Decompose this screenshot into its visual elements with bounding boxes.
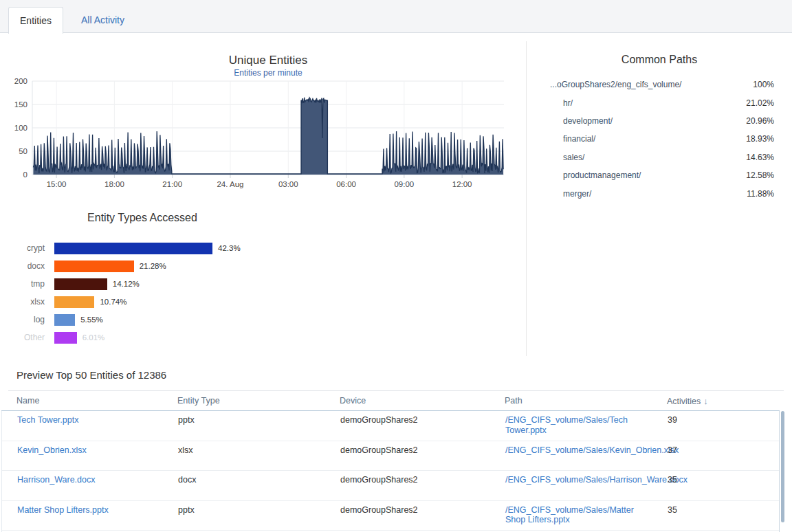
svg-text:18:00: 18:00 [104,180,124,188]
bar-row: Other6.01% [0,329,296,346]
tab-bar: Entities All Activity [0,0,792,33]
path-cell-link[interactable]: /ENG_CIFS_volume/Sales/Tech Tower.pptx [505,415,650,435]
bar-segment [54,314,75,326]
svg-text:24. Aug: 24. Aug [217,180,243,188]
entity-type-cell: pptx [178,415,329,425]
bar-row: docx21.28% [0,257,296,275]
common-path-label: development/ [563,116,613,126]
bar-category-label: docx [0,261,45,271]
table-title: Preview Top 50 Entities of 12386 [16,369,166,381]
table-row: Matter Shop Lifters.pptxpptxdemoGroupSha… [2,501,779,531]
table-row: Harrison_Ware.docxdocxdemoGroupShares2/E… [2,471,779,501]
bar-value-label: 5.55% [80,315,103,324]
device-cell: demoGroupShares2 [340,445,492,456]
common-path-row: merger/11.88% [527,184,792,202]
path-cell-link[interactable]: /ENG_CIFS_volume/Sales/Matter Shop Lifte… [505,505,650,525]
svg-text:09:00: 09:00 [394,180,414,188]
common-path-percent: 14.63% [746,153,774,162]
bar-value-label: 14.12% [113,280,140,288]
activities-cell: 35 [668,505,750,516]
name-cell-link[interactable]: Harrison_Ware.docx [17,475,168,485]
entity-types-bars: crypt42.3%docx21.28%tmp14.12%xlsx10.74%l… [0,239,296,346]
device-cell: demoGroupShares2 [340,415,492,425]
entity-types-chart: Entity Types Accessed crypt42.3%docx21.2… [0,206,296,346]
unique-entities-title: Unique Entities [0,54,536,67]
column-header-name[interactable]: Name [16,396,39,406]
common-path-percent: 12.58% [746,170,774,180]
tab-entities[interactable]: Entities [8,7,63,34]
entity-type-cell: xlsx [178,445,329,456]
bar-segment [54,243,212,254]
bar-category-label: tmp [0,279,45,289]
activities-cell: 35 [668,475,750,485]
name-cell-link[interactable]: Tech Tower.pptx [17,415,168,425]
table-row: Kevin_Obrien.xlsxxlsxdemoGroupShares2/EN… [2,441,779,472]
table-header: NameEntity TypeDevicePathActivities↓ [8,390,784,410]
entity-type-cell: pptx [178,505,329,516]
svg-text:15:00: 15:00 [47,180,67,188]
common-path-row: ...oGroupShares2/eng_cifs_volume/100% [527,76,792,93]
table-scrollbar-thumb[interactable] [781,411,784,522]
activities-cell: 37 [668,445,750,456]
common-path-label: productmanagement/ [563,170,641,180]
bar-value-label: 6.01% [82,333,105,342]
common-path-row: financial/18.93% [527,130,792,148]
svg-text:50: 50 [19,147,28,155]
bar-segment [54,278,107,290]
bar-category-label: log [0,315,45,324]
common-path-row: sales/14.63% [527,148,792,166]
bar-row: tmp14.12% [0,275,296,293]
entity-types-title: Entity Types Accessed [0,212,285,224]
svg-text:06:00: 06:00 [336,180,356,188]
common-path-label: sales/ [563,153,584,162]
common-path-percent: 18.93% [746,134,774,144]
table-body: Tech Tower.pptxpptxdemoGroupShares2/ENG_… [1,411,780,532]
bar-value-label: 21.28% [140,262,166,270]
path-cell-link[interactable]: /ENG_CIFS_volume/Sales/Kevin_Obrien.xlsx [505,445,650,456]
common-path-label: financial/ [563,134,595,144]
bar-row: crypt42.3% [0,239,296,257]
common-path-percent: 11.88% [747,189,774,199]
device-cell: demoGroupShares2 [340,505,492,516]
column-header-entity-type[interactable]: Entity Type [177,396,220,406]
name-cell-link[interactable]: Kevin_Obrien.xlsx [17,445,168,456]
unique-entities-subtitle: Entities per minute [0,68,536,78]
common-path-percent: 20.96% [746,116,774,126]
bar-segment [54,296,94,308]
common-path-percent: 21.02% [746,98,774,108]
common-path-label: merger/ [563,189,591,199]
svg-text:0: 0 [23,170,28,179]
table-row: Tech Tower.pptxpptxdemoGroupShares2/ENG_… [2,411,779,441]
column-header-device[interactable]: Device [340,396,366,406]
entities-dashboard: Entities All Activity Unique Entities En… [0,0,792,532]
unique-entities-plot: 05010015020015:0018:0021:0024. Aug03:000… [0,78,526,199]
entity-type-cell: docx [178,475,329,485]
bar-category-label: Other [0,333,45,342]
bar-segment [54,332,77,344]
svg-text:03:00: 03:00 [278,180,298,188]
common-path-label: hr/ [563,98,573,108]
device-cell: demoGroupShares2 [340,475,492,485]
svg-text:100: 100 [14,124,28,132]
bar-value-label: 42.3% [218,244,241,252]
common-paths-title: Common Paths [527,54,792,66]
bar-row: log5.55% [0,311,296,329]
common-paths-list: ...oGroupShares2/eng_cifs_volume/100%hr/… [527,76,792,203]
bar-row: xlsx10.74% [0,293,296,311]
path-cell-link[interactable]: /ENG_CIFS_volume/Sales/Harrison_Ware.doc… [505,475,650,485]
svg-text:200: 200 [14,78,28,85]
bar-value-label: 10.74% [100,298,126,306]
common-path-row: hr/21.02% [527,93,792,111]
name-cell-link[interactable]: Matter Shop Lifters.pptx [17,505,168,516]
column-header-path[interactable]: Path [505,396,522,406]
bar-category-label: xlsx [0,297,45,307]
common-path-percent: 100% [753,80,774,89]
activities-cell: 39 [668,415,750,425]
common-paths-panel: Common Paths ...oGroupShares2/eng_cifs_v… [526,41,792,356]
column-header-activities[interactable]: Activities↓ [667,396,708,406]
common-path-label: ...oGroupShares2/eng_cifs_volume/ [550,80,681,89]
common-path-row: development/20.96% [527,112,792,130]
svg-text:21:00: 21:00 [162,180,182,188]
tab-all-activity[interactable]: All Activity [72,7,134,33]
common-path-row: productmanagement/12.58% [527,166,792,184]
